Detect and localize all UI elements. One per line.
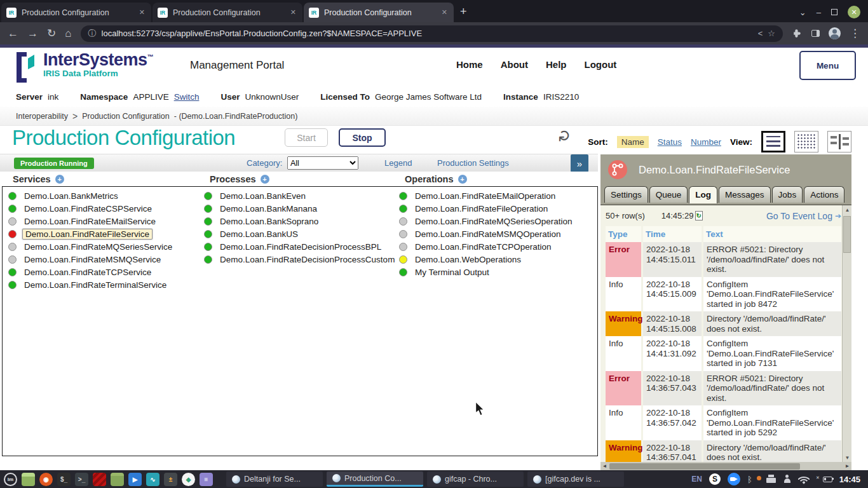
back-icon[interactable]: ← — [8, 28, 18, 39]
restore-icon[interactable] — [831, 9, 837, 15]
legend-link[interactable]: Legend — [384, 158, 412, 168]
operation-item[interactable]: Demo.Loan.FindRateMQSeriesOperation — [399, 215, 574, 227]
production-settings-link[interactable]: Production Settings — [437, 158, 509, 168]
sort-by-name[interactable]: Name — [617, 136, 649, 148]
files-app-icon[interactable] — [22, 473, 35, 486]
tab-search-icon[interactable]: ⌄ — [799, 8, 806, 17]
printer-icon[interactable] — [766, 477, 776, 484]
bookmark-star-icon[interactable]: ☆ — [768, 29, 775, 38]
address-bar[interactable]: ⓘ localhost:52773/csp/applive/EnsPortal.… — [81, 25, 783, 42]
nav-about[interactable]: About — [501, 59, 528, 70]
details-tab[interactable]: Messages — [719, 186, 771, 203]
profile-avatar[interactable] — [829, 27, 841, 39]
log-row[interactable]: Info 2022-10-1814:41:31.092 ConfigItem '… — [606, 336, 841, 371]
operation-item[interactable]: My Terminal Output — [399, 266, 574, 278]
add-process-icon[interactable]: + — [261, 175, 269, 184]
add-service-icon[interactable]: + — [55, 175, 64, 184]
sort-by-status[interactable]: Status — [658, 137, 682, 147]
scrollbar-thumb[interactable] — [609, 463, 800, 470]
tab-close-icon[interactable]: ✕ — [289, 8, 297, 17]
home-icon[interactable]: ⌂ — [65, 28, 71, 39]
process-item[interactable]: Demo.Loan.BankUS — [204, 227, 397, 240]
log-vertical-scrollbar[interactable]: ▲ ▼ — [842, 205, 851, 462]
auto-refresh-icon[interactable]: ↻ — [695, 211, 703, 220]
start-button[interactable]: Start — [285, 128, 328, 147]
taskbar-window-button[interactable]: gifcap - Chro... — [427, 471, 524, 487]
log-row[interactable]: Error 2022-10-1814:45:15.011 ERROR #5021… — [606, 242, 841, 277]
compass-app-icon[interactable]: ◈ — [182, 473, 195, 486]
process-item[interactable]: Demo.Loan.FindRateDecisionProcessCustom — [204, 253, 397, 266]
panel-horizontal-scrollbar[interactable]: ◄ ► — [600, 462, 851, 470]
mint-menu-icon[interactable]: lm — [4, 473, 17, 486]
tab-close-icon[interactable]: ✕ — [440, 8, 449, 17]
code-app-icon[interactable]: ▶ — [128, 473, 142, 486]
details-tab[interactable]: Log — [689, 186, 717, 203]
service-item[interactable]: Demo.Loan.FindRateMSMQService — [8, 253, 174, 266]
notes-app-icon[interactable]: ≡ — [200, 473, 213, 486]
share-icon[interactable]: < — [758, 29, 763, 38]
monitor-app-icon[interactable]: ∿ — [146, 473, 159, 486]
browser-tab-3-active[interactable]: IR Production Configuration ✕ — [304, 3, 454, 22]
operation-item[interactable]: Demo.Loan.WebOperations — [399, 253, 574, 266]
extensions-icon[interactable] — [792, 28, 803, 39]
scroll-right-arrow[interactable]: ► — [843, 462, 851, 470]
operation-item[interactable]: Demo.Loan.FindRateFileOperation — [399, 202, 574, 215]
scrollbar-thumb[interactable] — [843, 216, 851, 253]
service-item[interactable]: Demo.Loan.FindRateCSPService — [8, 202, 174, 215]
reload-icon[interactable]: ↻ — [47, 28, 56, 39]
log-row[interactable]: Info 2022-10-1814:36:57.042 ConfigItem '… — [606, 405, 841, 440]
skype-tray-icon[interactable]: S — [709, 473, 721, 485]
process-item[interactable]: Demo.Loan.BankManana — [204, 202, 397, 215]
log-row[interactable]: Info 2022-10-1814:45:15.009 ConfigItem '… — [606, 277, 841, 312]
terminal-dollar-icon[interactable]: $_ — [57, 473, 71, 486]
folder-app-icon[interactable] — [111, 473, 124, 486]
taskbar-window-button[interactable]: Deltanji for Se... — [226, 471, 323, 487]
operation-item[interactable]: Demo.Loan.FindRateMSMQOperation — [399, 227, 574, 240]
terminal-prompt-icon[interactable]: >_ — [75, 473, 88, 486]
user-tray-icon[interactable] — [783, 475, 792, 484]
details-tab[interactable]: Settings — [604, 186, 648, 203]
battery-icon[interactable] — [823, 477, 832, 482]
taskbar-window-button[interactable]: Production Co... — [327, 471, 423, 487]
bluetooth-icon[interactable]: ᛒ — [747, 475, 752, 484]
process-item[interactable]: Demo.Loan.BankSoprano — [204, 215, 397, 227]
side-panel-icon[interactable] — [811, 30, 820, 37]
browser-menu-icon[interactable]: ⋮ — [850, 28, 860, 39]
service-item[interactable]: Demo.Loan.BankMetrics — [8, 189, 174, 202]
browser-tab-2[interactable]: IR Production Configuration ✕ — [153, 3, 302, 22]
process-item[interactable]: Demo.Loan.FindRateDecisionProcessBPL — [204, 240, 397, 253]
log-row[interactable]: Warning 2022-10-1814:36:57.041 Directory… — [606, 440, 841, 463]
log-row[interactable]: Warning 2022-10-1814:45:15.008 Directory… — [606, 311, 841, 336]
scroll-up-arrow[interactable]: ▲ — [843, 205, 851, 215]
breadcrumb-root[interactable]: Interoperability — [16, 112, 68, 121]
operation-item[interactable]: Demo.Loan.FindRateEMailOperation — [399, 189, 574, 202]
red-app-icon[interactable] — [93, 473, 106, 486]
nav-logout[interactable]: Logout — [585, 59, 617, 70]
sort-by-number[interactable]: Number — [691, 137, 721, 147]
service-item[interactable]: Demo.Loan.FindRateTCPService — [8, 266, 174, 278]
wifi-icon[interactable] — [799, 475, 809, 484]
site-info-icon[interactable]: ⓘ — [88, 28, 97, 39]
category-select[interactable]: All — [287, 156, 358, 170]
taskbar-window-button[interactable]: [gifcap.dev is ... — [527, 471, 624, 487]
view-split-icon[interactable] — [827, 131, 851, 152]
log-row[interactable]: Error 2022-10-1814:36:57.043 ERROR #5021… — [606, 371, 841, 406]
menu-button[interactable]: Menu — [799, 51, 856, 80]
view-grid-icon[interactable] — [794, 131, 818, 152]
new-tab-button[interactable]: + — [460, 5, 467, 18]
url-text[interactable]: localhost:52773/csp/applive/EnsPortal.Pr… — [102, 29, 753, 38]
nav-help[interactable]: Help — [546, 59, 567, 70]
scroll-down-arrow[interactable]: ▼ — [843, 453, 851, 462]
service-item[interactable]: Demo.Loan.FindRateMQSeriesService — [8, 240, 174, 253]
details-tab[interactable]: Actions — [804, 186, 844, 203]
details-tab[interactable]: Queue — [649, 186, 688, 203]
go-to-event-log-link[interactable]: Go To Event Log ➔ — [766, 211, 841, 221]
service-item[interactable]: Demo.Loan.FindRateEMailService — [8, 215, 174, 227]
process-item[interactable]: Demo.Loan.BankEven — [204, 189, 397, 202]
service-item[interactable]: Demo.Loan.FindRateTerminalService — [8, 278, 174, 291]
orange-app-icon[interactable]: ◉ — [39, 473, 53, 486]
details-tab[interactable]: Jobs — [772, 186, 803, 203]
minimize-icon[interactable]: – — [817, 8, 821, 17]
forward-icon[interactable]: → — [27, 28, 38, 39]
close-window-icon[interactable]: ✕ — [848, 6, 860, 18]
